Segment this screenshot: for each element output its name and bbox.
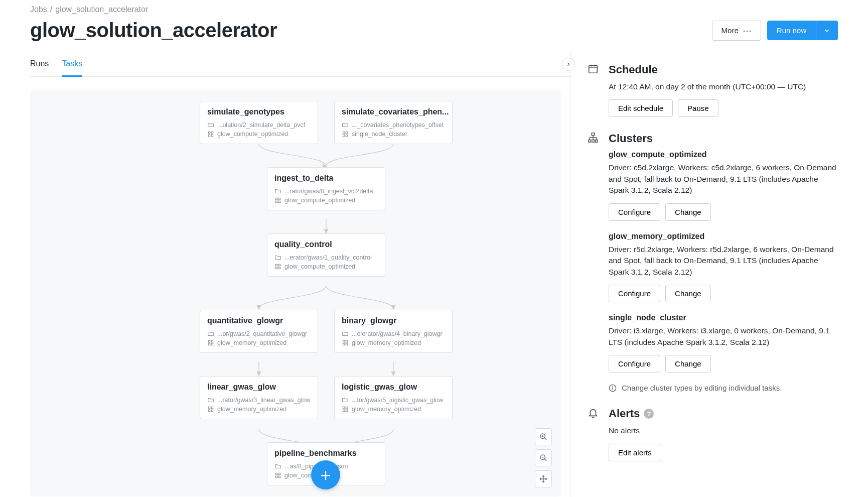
clusters-icon: [588, 132, 599, 392]
cluster-name: single_node_cluster: [609, 313, 838, 322]
svg-point-64: [613, 386, 613, 387]
task-cluster: glow_memory_optimized: [217, 339, 286, 346]
alerts-title: Alerts: [609, 407, 640, 420]
folder-icon: [274, 463, 281, 470]
folder-icon: [342, 121, 349, 129]
zoom-in-icon: [539, 433, 547, 441]
svg-rect-37: [278, 473, 280, 475]
calendar-icon: [588, 63, 599, 117]
svg-rect-35: [346, 410, 348, 412]
task-quality-control[interactable]: quality_control ...erator/gwas/1_quality…: [267, 233, 385, 277]
svg-rect-26: [343, 343, 345, 345]
cluster-info-note: Change cluster types by editing individu…: [609, 384, 838, 392]
zoom-in-button[interactable]: [535, 428, 552, 445]
edit-alerts-button[interactable]: Edit alerts: [609, 444, 661, 461]
task-quantitative-glowgr[interactable]: quantitative_glowgr ...or/gwas/2_quantit…: [200, 310, 318, 353]
info-icon: [609, 384, 617, 392]
task-cluster: glow_compute_optimized: [284, 263, 355, 270]
task-name: quantitative_glowgr: [207, 316, 311, 325]
folder-icon: [274, 254, 281, 261]
cluster-icon: [342, 339, 349, 346]
zoom-out-button[interactable]: [535, 449, 552, 466]
pause-schedule-button[interactable]: Pause: [678, 99, 718, 117]
svg-line-41: [544, 438, 546, 440]
edit-schedule-button[interactable]: Edit schedule: [609, 99, 673, 117]
breadcrumb-current: glow_solution_accelerator: [55, 5, 148, 14]
tab-runs[interactable]: Runs: [30, 59, 49, 76]
task-name: ingest_to_delta: [274, 174, 378, 183]
svg-rect-19: [278, 267, 280, 269]
cluster-change-button[interactable]: Change: [665, 285, 711, 302]
collapse-toggle[interactable]: [562, 58, 575, 71]
move-icon: [539, 475, 547, 483]
cluster-change-button[interactable]: Change: [665, 203, 711, 221]
svg-rect-13: [278, 198, 280, 200]
cluster-icon: [342, 131, 349, 138]
run-now-button[interactable]: Run now: [767, 21, 816, 40]
task-binary-glowgr[interactable]: binary_glowgr ...elerator/gwas/4_binary_…: [334, 310, 453, 353]
tab-tasks[interactable]: Tasks: [62, 59, 82, 77]
svg-rect-55: [592, 140, 595, 143]
task-cluster: glow_memory_optimized: [352, 339, 421, 346]
task-name: pipeline_benchmarks: [274, 449, 378, 458]
task-ingest-to-delta[interactable]: ingest_to_delta ...rator/gwas/0_ingest_v…: [267, 167, 385, 210]
svg-rect-15: [278, 201, 280, 203]
svg-rect-27: [346, 343, 348, 345]
cluster-desc: Driver: c5d.2xlarge, Workers: c5d.2xlarg…: [609, 162, 838, 196]
svg-rect-54: [589, 140, 591, 143]
graph-edges: [30, 90, 561, 496]
svg-rect-34: [343, 410, 345, 412]
svg-rect-25: [346, 340, 348, 342]
breadcrumb-jobs-link[interactable]: Jobs: [30, 5, 47, 14]
cluster-configure-button[interactable]: Configure: [609, 355, 660, 372]
breadcrumb: Jobs / glow_solution_accelerator: [30, 0, 838, 17]
task-name: logistic_gwas_glow: [342, 383, 445, 392]
task-simulate-covariates[interactable]: simulate_covariates_phen... ..._covariat…: [334, 101, 453, 144]
cluster-icon: [342, 406, 349, 413]
schedule-text: At 12:40 AM, on day 2 of the month (UTC+…: [609, 81, 838, 92]
fit-view-button[interactable]: [535, 470, 552, 487]
svg-rect-17: [278, 264, 280, 266]
svg-rect-10: [343, 135, 345, 137]
svg-rect-21: [211, 340, 213, 342]
cluster-icon: [274, 472, 281, 479]
task-path: ...tor/gwas/5_logistic_gwas_glow: [352, 397, 443, 404]
add-task-button[interactable]: ＋: [311, 460, 340, 489]
task-logistic-gwas-glow[interactable]: logistic_gwas_glow ...tor/gwas/5_logisti…: [334, 376, 453, 419]
task-graph[interactable]: simulate_genotypes ...ulation/2_simulate…: [30, 90, 561, 496]
svg-rect-12: [275, 198, 277, 200]
task-name: quality_control: [274, 240, 378, 249]
cluster-change-button[interactable]: Change: [665, 355, 711, 372]
task-simulate-genotypes[interactable]: simulate_genotypes ...ulation/2_simulate…: [200, 101, 318, 144]
folder-icon: [207, 121, 214, 129]
svg-rect-31: [211, 410, 213, 412]
folder-icon: [342, 330, 349, 337]
more-button[interactable]: More ⋯: [712, 21, 761, 41]
svg-rect-49: [589, 66, 598, 73]
task-linear-gwas-glow[interactable]: linear_gwas_glow ...rator/gwas/3_linear_…: [200, 376, 318, 419]
task-path: ...ulation/2_simulate_delta_pvcf: [217, 121, 305, 129]
svg-rect-32: [343, 407, 345, 409]
svg-rect-30: [208, 410, 210, 412]
task-path: ...rator/gwas/0_ingest_vcf2delta: [284, 188, 373, 195]
help-icon[interactable]: ?: [644, 409, 654, 419]
svg-rect-16: [275, 264, 277, 266]
svg-line-45: [544, 459, 546, 461]
svg-rect-4: [208, 132, 210, 134]
svg-rect-5: [211, 132, 213, 134]
svg-rect-6: [208, 135, 210, 137]
task-path: ..._covariates_phenotypes_offset: [352, 121, 444, 129]
run-now-dropdown[interactable]: [816, 21, 838, 40]
svg-rect-56: [596, 140, 598, 143]
svg-rect-24: [343, 340, 345, 342]
svg-rect-22: [208, 343, 210, 345]
svg-rect-14: [275, 201, 277, 203]
cluster-icon: [207, 339, 214, 346]
chevron-down-icon: [823, 27, 830, 34]
task-cluster: single_node_cluster: [352, 131, 407, 138]
cluster-icon: [207, 406, 214, 413]
plus-icon: ＋: [317, 463, 334, 486]
cluster-name: glow_memory_optimized: [609, 232, 838, 241]
cluster-configure-button[interactable]: Configure: [609, 285, 660, 302]
cluster-configure-button[interactable]: Configure: [609, 203, 660, 221]
